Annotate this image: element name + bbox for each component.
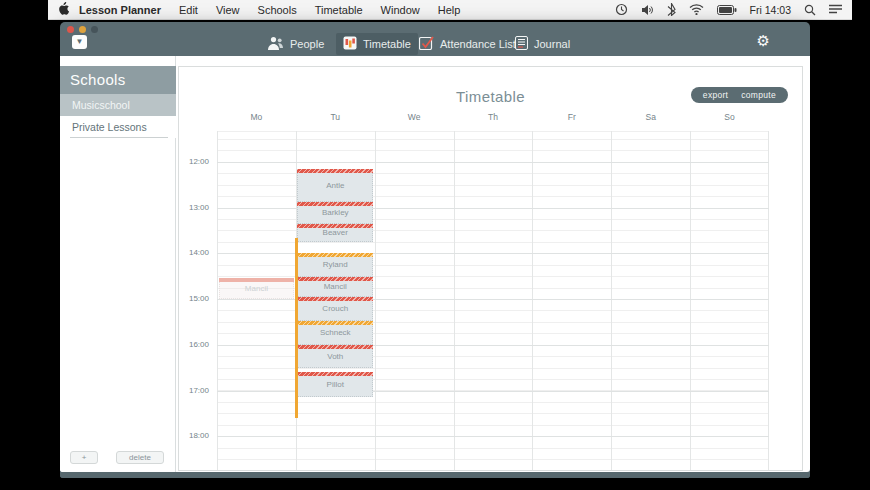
menu-timetable[interactable]: Timetable <box>306 4 372 16</box>
tab-journal[interactable]: Journal <box>508 33 577 55</box>
tab-attendance-list[interactable]: Attendance List <box>412 33 523 55</box>
grid-column <box>690 131 769 470</box>
time-label-14:00: 14:00 <box>181 248 209 257</box>
tab-label: Timetable <box>363 38 411 50</box>
export-compute-pill: export compute <box>691 87 788 103</box>
event-student-name: Antle <box>298 169 372 201</box>
menu-schools[interactable]: Schools <box>249 4 306 16</box>
battery-icon[interactable] <box>717 5 737 15</box>
event-student-name: Voth <box>298 345 372 367</box>
lesson-event-schneck[interactable]: Schneck <box>297 321 373 345</box>
hour-line <box>217 436 769 437</box>
checkbox-check-icon <box>419 36 434 52</box>
window-bottom-bar <box>60 472 810 478</box>
volume-icon[interactable] <box>641 4 654 16</box>
time-label-15:00: 15:00 <box>181 294 209 303</box>
wifi-icon[interactable] <box>689 4 704 15</box>
time-label-12:00: 12:00 <box>181 157 209 166</box>
day-header-so: So <box>690 112 769 122</box>
sidebar-item-musicschool[interactable]: Musicschool <box>60 94 176 116</box>
event-student-name: Mancil <box>220 278 294 298</box>
day-header-sa: Sa <box>611 112 690 122</box>
event-student-name: Crouch <box>298 297 372 320</box>
time-label-17:00: 17:00 <box>181 386 209 395</box>
grid-column <box>532 131 611 470</box>
lesson-event-crouch[interactable]: Crouch <box>297 297 373 321</box>
delete-school-button[interactable]: delete <box>116 451 164 464</box>
app-toolbar: ▼ People Timetable Attendance List Journ… <box>60 22 810 56</box>
lesson-event-barkley[interactable]: Barkley <box>297 202 373 224</box>
day-header-row: MoTuWeThFrSaSo <box>217 112 769 124</box>
day-header-fr: Fr <box>532 112 611 122</box>
lesson-event-pillot[interactable]: Pillot <box>297 372 373 397</box>
menu-edit[interactable]: Edit <box>170 4 207 16</box>
lesson-event-beaver[interactable]: Beaver <box>297 224 373 242</box>
tab-timetable[interactable]: Timetable <box>336 33 418 55</box>
export-button[interactable]: export <box>703 90 728 100</box>
grid-column <box>217 131 296 470</box>
menu-app-name[interactable]: Lesson Planner <box>69 4 170 16</box>
lesson-event-mancil[interactable]: Mancil <box>219 278 295 299</box>
desktop: Lesson Planner EditViewSchoolsTimetableW… <box>0 0 870 490</box>
drag-time-indicator <box>295 238 298 418</box>
time-label-13:00: 13:00 <box>181 203 209 212</box>
menu-bar: Lesson Planner EditViewSchoolsTimetableW… <box>48 0 852 20</box>
lesson-event-voth[interactable]: Voth <box>297 345 373 368</box>
tab-label: People <box>290 38 324 50</box>
menu-help[interactable]: Help <box>429 4 470 16</box>
menu-view[interactable]: View <box>207 4 249 16</box>
hour-line <box>217 162 769 163</box>
chevron-down-icon[interactable]: ▼ <box>72 35 87 49</box>
event-student-name: Ryland <box>298 253 372 276</box>
lesson-event-mancil[interactable]: Mancil <box>297 277 373 297</box>
day-header-th: Th <box>454 112 533 122</box>
day-header-mo: Mo <box>217 112 296 122</box>
event-student-name: Mancil <box>298 277 372 296</box>
menubar-clock[interactable]: Fri 14:03 <box>750 4 791 16</box>
event-student-name: Barkley <box>298 202 372 223</box>
menu-items: EditViewSchoolsTimetableWindowHelp <box>170 4 469 16</box>
compute-button[interactable]: compute <box>741 90 776 100</box>
app-window: ▼ People Timetable Attendance List Journ… <box>60 22 810 478</box>
schools-sidebar: Schools Musicschool Private Lessons + de… <box>60 56 176 472</box>
people-icon <box>267 36 284 53</box>
time-label-16:00: 16:00 <box>181 340 209 349</box>
day-header-tu: Tu <box>296 112 375 122</box>
sidebar-title: Schools <box>60 66 176 94</box>
window-content: Schools Musicschool Private Lessons + de… <box>60 56 810 472</box>
bluetooth-icon[interactable] <box>667 3 676 16</box>
tab-label: Attendance List <box>440 38 516 50</box>
spotlight-search-icon[interactable] <box>804 4 816 16</box>
lesson-event-antle[interactable]: Antle <box>297 169 373 202</box>
gear-icon[interactable]: ⚙ <box>757 32 770 50</box>
timetable-panel: Timetable export compute MoTuWeThFrSaSo … <box>178 66 803 471</box>
menubar-status-area: Fri 14:03 <box>615 3 852 16</box>
timetable-grid[interactable]: AntleBarkleyBeaverRylandMancilCrouchSchn… <box>217 131 769 470</box>
event-student-name: Beaver <box>298 224 372 241</box>
apple-logo-icon[interactable] <box>58 2 69 17</box>
day-header-we: We <box>375 112 454 122</box>
notification-list-icon[interactable] <box>829 4 842 15</box>
event-student-name: Pillot <box>298 372 372 396</box>
event-student-name: Schneck <box>298 321 372 344</box>
sidebar-item-private-lessons[interactable]: Private Lessons <box>60 116 176 138</box>
tab-label: Journal <box>534 38 570 50</box>
tab-people[interactable]: People <box>260 33 331 55</box>
add-school-button[interactable]: + <box>70 451 98 464</box>
grid-column <box>375 131 454 470</box>
grid-column <box>454 131 533 470</box>
journal-icon <box>515 36 528 52</box>
lesson-event-ryland[interactable]: Ryland <box>297 253 373 277</box>
timetable-icon <box>343 36 357 52</box>
time-machine-icon[interactable] <box>615 3 628 16</box>
grid-column <box>611 131 690 470</box>
time-label-18:00: 18:00 <box>181 431 209 440</box>
menu-window[interactable]: Window <box>372 4 429 16</box>
